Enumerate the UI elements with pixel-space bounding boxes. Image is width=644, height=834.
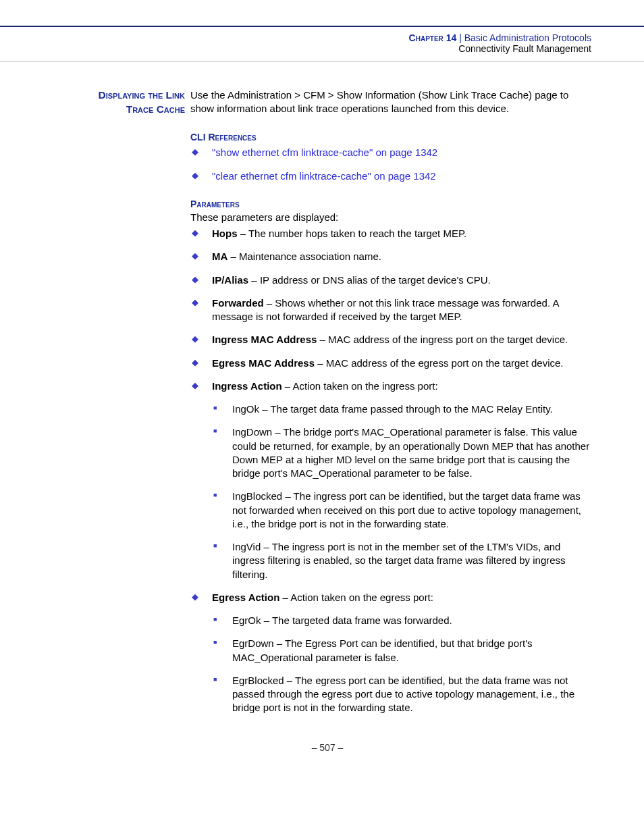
chapter-label: Chapter 14 [409, 32, 457, 43]
page-header: Chapter 14 | Basic Administration Protoc… [0, 27, 644, 61]
list-item: IngDown – The bridge port's MAC_Operatio… [212, 425, 591, 480]
cli-link[interactable]: "show ethernet cfm linktrace-cache" on p… [212, 147, 437, 158]
header-subtitle: Connectivity Fault Management [0, 43, 591, 54]
cli-references-heading: CLI References [190, 131, 591, 144]
list-item: IngBlocked – The ingress port can be ide… [212, 490, 591, 531]
section-title: Displaying the Link Trace Cache [63, 88, 190, 117]
list-item: IngOk – The target data frame passed thr… [212, 402, 591, 416]
list-item: EgrBlocked – The egress port can be iden… [212, 674, 591, 715]
list-item: "clear ethernet cfm linktrace-cache" on … [190, 170, 591, 183]
cli-link[interactable]: "clear ethernet cfm linktrace-cache" on … [212, 170, 436, 182]
list-item: IngVid – The ingress port is not in the … [212, 540, 591, 581]
parameters-heading: Parameters [190, 198, 591, 211]
list-item: MA – Maintenance association name. [190, 250, 591, 263]
header-separator: | [456, 32, 464, 43]
list-item: EgrDown – The Egress Port can be identif… [212, 637, 591, 664]
list-item: Ingress Action – Action taken on the ing… [190, 380, 591, 581]
list-item: Egress MAC Address – MAC address of the … [190, 357, 591, 370]
list-item: Hops – The number hops taken to reach th… [190, 227, 591, 240]
list-item: Egress Action – Action taken on the egre… [190, 591, 591, 715]
ingress-action-sublist: IngOk – The target data frame passed thr… [212, 402, 591, 581]
chapter-title: Basic Administration Protocols [464, 32, 591, 43]
list-item: EgrOk – The targeted data frame was forw… [212, 614, 591, 627]
parameters-intro: These parameters are displayed: [190, 211, 591, 224]
list-item: "show ethernet cfm linktrace-cache" on p… [190, 146, 591, 159]
egress-action-sublist: EgrOk – The targeted data frame was forw… [212, 614, 591, 715]
list-item: Forwarded – Shows whether or not this li… [190, 296, 591, 324]
page-number: – 507 – [63, 742, 591, 773]
parameters-list: Hops – The number hops taken to reach th… [190, 227, 591, 715]
list-item: Ingress MAC Address – MAC address of the… [190, 333, 591, 346]
cli-references-list: "show ethernet cfm linktrace-cache" on p… [190, 146, 591, 183]
list-item: IP/Alias – IP address or DNS alias of th… [190, 273, 591, 287]
section-intro: Use the Administration > CFM > Show Info… [190, 88, 591, 116]
